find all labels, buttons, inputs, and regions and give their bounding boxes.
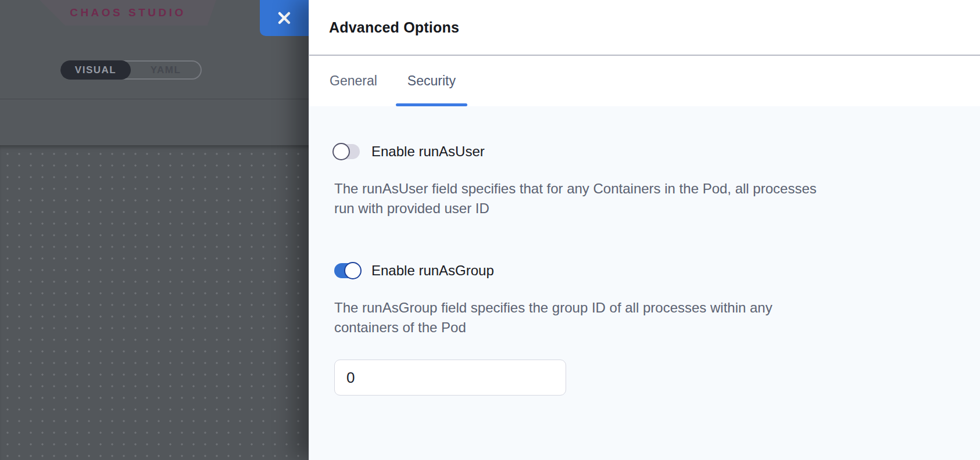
advanced-options-drawer: Advanced Options General Security Enable…	[309, 0, 980, 460]
run-as-user-toggle[interactable]	[334, 144, 360, 159]
run-as-group-label: Enable runAsGroup	[371, 263, 494, 279]
close-icon	[276, 10, 292, 26]
yaml-tab-label: YAML	[151, 64, 181, 76]
run-as-user-description: The runAsUser field specifies that for a…	[334, 179, 945, 218]
run-as-user-row: Enable runAsUser	[334, 143, 945, 160]
drawer-close-button[interactable]	[260, 0, 309, 36]
run-as-group-row: Enable runAsGroup	[334, 263, 945, 279]
tab-security-label: Security	[407, 73, 456, 89]
toggle-knob	[344, 262, 362, 279]
toolbar-divider	[0, 99, 309, 99]
app-banner: CHAOS STUDIO	[40, 0, 216, 26]
tab-security[interactable]: Security	[396, 56, 467, 106]
dimmed-backdrop: CHAOS STUDIO VISUAL YAML	[0, 0, 309, 460]
yaml-tab[interactable]: YAML	[131, 62, 201, 78]
run-as-group-description: The runAsGroup field specifies the group…	[334, 298, 945, 337]
workflow-canvas	[0, 145, 309, 460]
drawer-header: Advanced Options	[309, 0, 980, 56]
toggle-knob	[332, 143, 350, 160]
view-mode-toggle: VISUAL YAML	[60, 60, 202, 80]
drawer-title: Advanced Options	[329, 19, 459, 36]
drawer-tab-bar: General Security	[309, 56, 980, 106]
tab-general-label: General	[330, 73, 377, 89]
visual-tab[interactable]: VISUAL	[60, 60, 131, 80]
run-as-group-toggle[interactable]	[334, 263, 360, 278]
run-as-user-label: Enable runAsUser	[371, 143, 485, 160]
tab-general[interactable]: General	[318, 56, 389, 106]
run-as-group-value-input[interactable]	[334, 360, 566, 396]
security-tab-content: Enable runAsUser The runAsUser field spe…	[309, 106, 980, 460]
visual-tab-label: VISUAL	[75, 64, 116, 76]
app-title: CHAOS STUDIO	[70, 6, 186, 19]
